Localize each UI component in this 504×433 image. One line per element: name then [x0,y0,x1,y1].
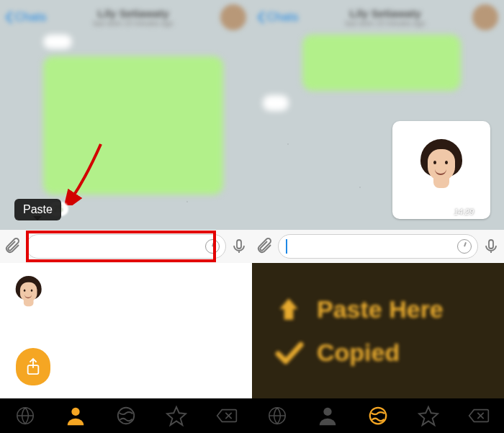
message-input[interactable] [278,234,478,259]
svg-rect-1 [489,240,493,249]
back-button[interactable]: Chats [4,10,46,24]
chat-title[interactable]: Lily Setiawaty last seen 23 minutes ago [46,7,220,27]
message-bubble[interactable] [43,35,72,49]
mic-icon[interactable] [481,236,501,256]
back-label: Chats [14,10,46,24]
keyboard-world-button[interactable] [101,398,151,433]
timer-icon[interactable] [205,239,220,254]
face-sticker-icon [416,139,467,201]
chat-header-left: Chats Lily Setiawaty last seen 23 minute… [0,0,252,35]
instruction-text: Copied [317,339,400,367]
double-check-icon [476,208,486,215]
keyboard-backspace-button[interactable] [202,398,252,433]
avatar[interactable] [472,4,498,30]
back-button[interactable]: Chats [256,10,298,24]
keyboard-world-button[interactable] [353,398,403,433]
svg-point-7 [323,408,331,416]
keyboard-person-button[interactable] [302,398,353,433]
sticker-picker-panel [0,263,252,398]
share-button[interactable] [16,348,50,385]
message-input-bar [0,230,252,263]
avatar[interactable] [220,4,246,30]
sticker-thumbnail[interactable] [13,276,44,314]
mic-icon[interactable] [229,236,249,256]
keyboard-star-button[interactable] [403,398,454,433]
back-label: Chats [266,10,298,24]
svg-point-4 [71,408,79,416]
paste-menu[interactable]: Paste [14,199,61,220]
message-input-bar [252,230,504,263]
chat-background: Chats Lily Setiawaty last seen 23 minute… [0,0,504,230]
sticker-message[interactable]: 14:29 [392,121,490,219]
keyboard-panel-area: Paste Here Copied [0,263,504,398]
text-caret [286,239,287,254]
timer-icon[interactable] [457,239,472,254]
keyboard-backspace-button[interactable] [454,398,504,433]
keyboard-globe-button[interactable] [0,398,50,433]
message-input[interactable] [26,234,226,259]
svg-point-8 [370,408,387,424]
keyboard-person-button[interactable] [50,398,101,433]
chat-title[interactable]: Lily Setiawaty last seen 23 minutes ago [298,7,472,27]
instruction-text: Paste Here [317,295,444,323]
message-bubble[interactable] [43,56,223,195]
attach-icon[interactable] [3,236,23,256]
message-bubble[interactable] [302,35,461,91]
svg-point-5 [118,408,135,424]
svg-rect-0 [237,240,241,249]
keyboard-bottom-bar [0,398,504,433]
message-bubble[interactable] [263,95,289,111]
check-icon [274,337,304,367]
instruction-overlay: Paste Here Copied [252,263,504,398]
arrow-up-icon [274,294,304,324]
keyboard-globe-button[interactable] [252,398,302,433]
chat-header-right: Chats Lily Setiawaty last seen 23 minute… [252,0,504,35]
message-time: 14:29 [454,207,486,216]
keyboard-star-button[interactable] [151,398,202,433]
attach-icon[interactable] [255,236,275,256]
